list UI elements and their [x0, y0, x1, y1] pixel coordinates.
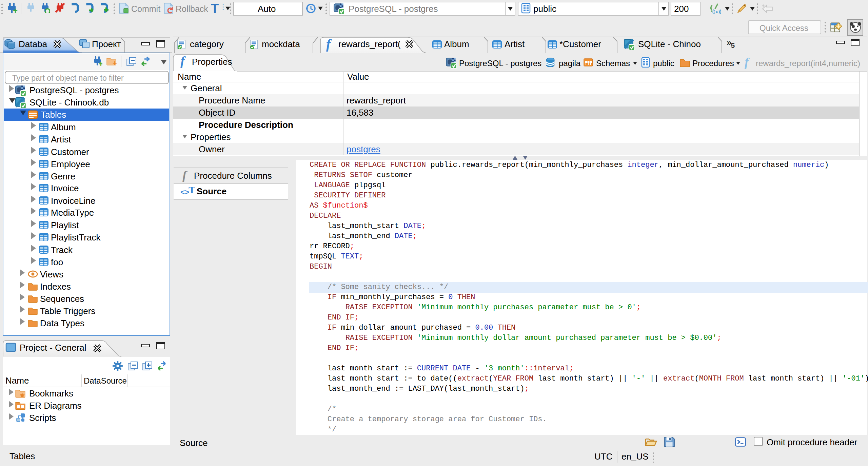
svg-text:T: T — [189, 185, 195, 195]
svg-text:+: + — [99, 60, 102, 66]
svg-text:<>: <> — [180, 189, 189, 197]
svg-text:+: + — [13, 6, 18, 14]
svg-text:+: + — [113, 59, 117, 66]
